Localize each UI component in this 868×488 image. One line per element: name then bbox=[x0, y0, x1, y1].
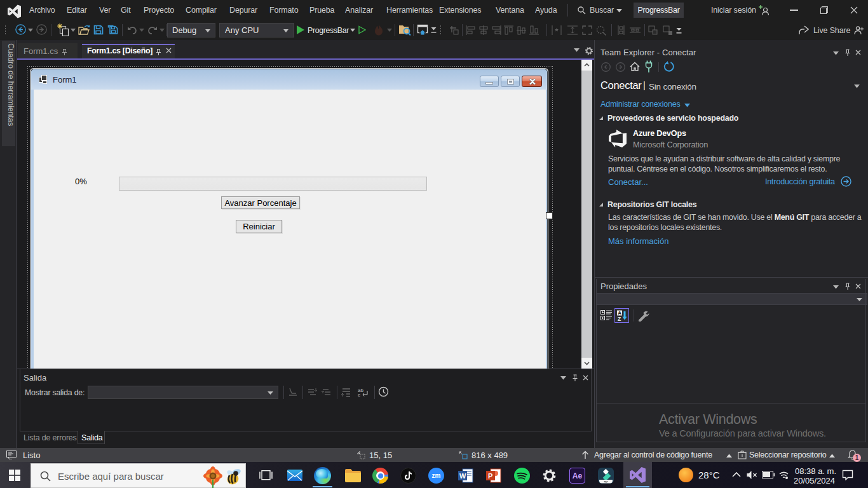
svg-text:c: c bbox=[358, 392, 360, 397]
svg-text:W: W bbox=[459, 472, 466, 480]
svg-text:Z: Z bbox=[618, 316, 621, 322]
svg-text:P: P bbox=[488, 472, 492, 480]
